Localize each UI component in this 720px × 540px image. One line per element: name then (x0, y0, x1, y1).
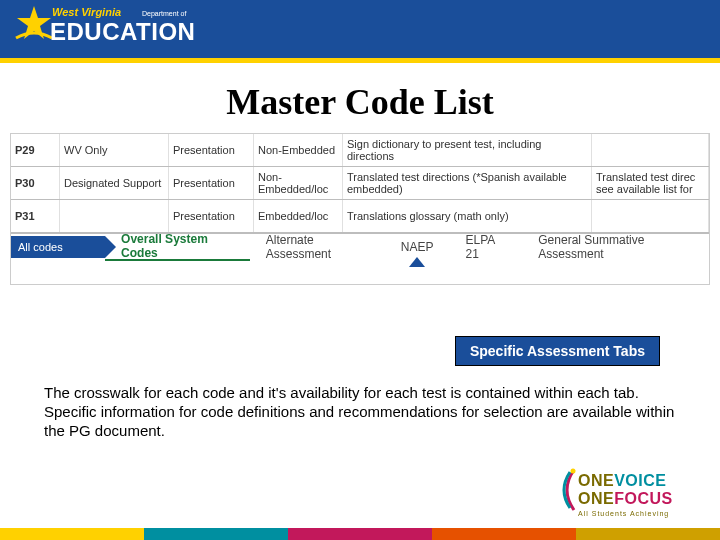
slide-title: Master Code List (0, 81, 720, 123)
code-table-screenshot: P29 WV Only Presentation Non-Embedded Si… (10, 133, 710, 285)
logo-text-main: EDUCATION (50, 18, 195, 46)
cell-wv (60, 200, 169, 232)
one-voice-one-focus-logo: ONE VOICE ONE FOCUS All Students Achievi… (562, 472, 702, 524)
cell-extra (592, 134, 709, 166)
callout-text: Specific Assessment Tabs (470, 343, 645, 359)
header-band: West Virginia Department of EDUCATION (0, 0, 720, 58)
cell-wv: WV Only (60, 134, 169, 166)
arrow-up-icon (409, 256, 425, 270)
cell-extra: Translated test direc see available list… (592, 167, 709, 199)
svg-point-2 (571, 469, 576, 474)
wv-edu-logo: West Virginia Department of EDUCATION (14, 4, 234, 54)
cell-extra (592, 200, 709, 232)
logo-word-one2: ONE (578, 490, 614, 508)
logo-text-sub: Department of (142, 10, 186, 17)
tabs-row: All codes Overall System Codes Alternate… (11, 233, 709, 260)
logo-text-top: West Virginia (52, 6, 121, 18)
logo-swoosh-icon (556, 468, 578, 516)
tab-label: General Summative Assessment (538, 233, 693, 261)
tab-alternate-assessment[interactable]: Alternate Assessment (250, 234, 385, 260)
cell-emb: Non-Embedded/loc (254, 167, 343, 199)
logo-star-icon (14, 4, 54, 44)
tab-overall-system-codes[interactable]: Overall System Codes (105, 233, 250, 261)
cell-pres: Presentation (169, 200, 254, 232)
cell-pres: Presentation (169, 167, 254, 199)
all-codes-callout-arrow: All codes (10, 236, 105, 258)
cell-code: P31 (11, 200, 60, 232)
cell-desc: Translated test directions (*Spanish ava… (343, 167, 592, 199)
table-row: P31 Presentation Embedded/loc Translatio… (11, 200, 709, 233)
cell-emb: Non-Embedded (254, 134, 343, 166)
cell-code: P30 (11, 167, 60, 199)
tab-general-summative[interactable]: General Summative Assessment (522, 234, 709, 260)
tab-label: ELPA 21 (466, 233, 507, 261)
logo-word-voice: VOICE (614, 472, 666, 490)
tab-elpa21[interactable]: ELPA 21 (450, 234, 523, 260)
body-paragraph: The crosswalk for each code and it's ava… (44, 384, 674, 439)
table-row: P29 WV Only Presentation Non-Embedded Si… (11, 134, 709, 167)
tab-naep[interactable]: NAEP (385, 234, 450, 260)
cell-desc: Sign dictionary to present test, includi… (343, 134, 592, 166)
tab-label: NAEP (401, 240, 434, 254)
logo-word-one: ONE (578, 472, 614, 490)
logo-tagline: All Students Achieving (578, 510, 702, 517)
cell-emb: Embedded/loc (254, 200, 343, 232)
body-text: The crosswalk for each code and it's ava… (44, 384, 676, 440)
tab-label: Alternate Assessment (266, 233, 369, 261)
cell-code: P29 (11, 134, 60, 166)
logo-word-focus: FOCUS (614, 490, 673, 508)
footer-color-stripe (0, 528, 720, 540)
all-codes-label: All codes (18, 241, 63, 253)
tab-label: Overall System Codes (121, 232, 234, 260)
cell-pres: Presentation (169, 134, 254, 166)
specific-assessment-callout: Specific Assessment Tabs (455, 336, 660, 366)
svg-marker-1 (409, 257, 425, 267)
header-accent-strip (0, 58, 720, 63)
cell-wv: Designated Support (60, 167, 169, 199)
cell-desc: Translations glossary (math only) (343, 200, 592, 232)
table-row: P30 Designated Support Presentation Non-… (11, 167, 709, 200)
